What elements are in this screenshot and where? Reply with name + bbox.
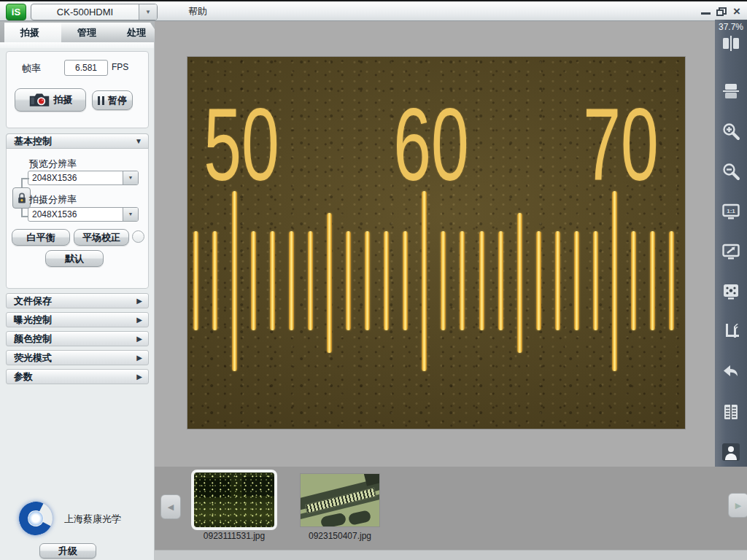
section-color-label: 颜色控制 [14, 333, 52, 344]
ruler-tick-62 [460, 231, 465, 330]
app-window: iS CK-500HDMI ▼ 帮助 × 拍摄 管理 处理 帧率 6.581 F… [0, 0, 747, 560]
thumbnail-2-art [348, 510, 372, 526]
section-exposure-label: 曝光控制 [14, 314, 52, 325]
chevron-right-icon: ▶ [136, 313, 142, 327]
camera-icon [28, 92, 50, 108]
ruler-tick-61 [441, 231, 446, 330]
zoom-in-button[interactable] [721, 121, 741, 141]
ruler-tick-65 [517, 213, 522, 353]
close-button[interactable]: × [730, 4, 743, 20]
framerate-input[interactable]: 6.581 [64, 60, 108, 76]
thumbnail-2-filename: 0923150407.jpg [293, 531, 387, 541]
ruler-tick-48 [193, 231, 198, 330]
white-balance-button[interactable]: 白平衡 [12, 229, 70, 246]
data-list-button[interactable] [721, 402, 741, 422]
preview-res-label: 预览分辨率 [29, 158, 77, 171]
ruler-tick-64 [498, 231, 503, 330]
section-color-control[interactable]: 颜色控制 ▶ [6, 331, 149, 346]
upgrade-button[interactable]: 升级 [39, 543, 96, 559]
ruler-tick-70 [612, 191, 617, 371]
app-logo-icon: iS [6, 4, 26, 20]
user-button[interactable] [721, 442, 741, 462]
ruler-tick-69 [593, 231, 598, 330]
device-selector-value: CK-500HDMI [31, 4, 139, 20]
filmstrip-prev-button[interactable]: ◀ [160, 494, 181, 519]
chevron-down-icon[interactable]: ▼ [123, 171, 138, 184]
undo-icon [721, 362, 741, 382]
section-file-save[interactable]: 文件保存 ▶ [6, 293, 149, 308]
flip-horizontal-icon [721, 34, 741, 54]
restore-icon-front [716, 9, 724, 16]
ruler-tick-67 [555, 231, 560, 330]
capture-res-label: 拍摄分辨率 [29, 193, 77, 206]
crop-button[interactable] [721, 322, 741, 342]
capture-res-dropdown[interactable]: 2048X1536 ▼ [28, 207, 139, 222]
section-exposure-control[interactable]: 曝光控制 ▶ [6, 312, 149, 327]
chevron-down-icon[interactable]: ▼ [139, 4, 157, 20]
ruler-tick-57 [365, 231, 370, 330]
data-list-icon [721, 402, 741, 422]
zoom-out-button[interactable] [721, 161, 741, 182]
brand-name: 上海蔡康光学 [64, 513, 121, 526]
filmstrip-next-button[interactable]: ▶ [728, 493, 747, 518]
section-basic-control[interactable]: 基本控制 ▼ [6, 133, 149, 149]
ruler-tick-58 [384, 231, 389, 330]
undo-button[interactable] [721, 362, 741, 382]
restore-button[interactable] [716, 7, 725, 15]
device-selector[interactable]: CK-500HDMI ▼ [31, 4, 158, 20]
panel-top-shine [0, 42, 154, 48]
preview-res-dropdown[interactable]: 2048X1536 ▼ [28, 171, 139, 185]
thumbnail-1-filename: 0923111531.jpg [187, 531, 282, 541]
section-fluorescence-mode[interactable]: 荧光模式 ▶ [6, 350, 149, 365]
flat-field-button[interactable]: 平场校正 [74, 229, 129, 246]
capture-res-value: 2048X1536 [28, 208, 123, 221]
chevron-down-icon: ▼ [135, 134, 142, 148]
live-microscope-view[interactable]: 506070 [187, 57, 685, 429]
thumbnail-1-texture [194, 472, 274, 527]
thumbnail-selected[interactable] [191, 470, 277, 530]
ruler-tick-60 [422, 191, 427, 371]
chevron-right-icon: ▶ [136, 332, 142, 346]
capture-button[interactable]: 拍摄 [15, 88, 86, 112]
ruler-tick-59 [403, 231, 408, 330]
section-parameters-label: 参数 [14, 371, 33, 382]
capture-button-label: 拍摄 [54, 93, 73, 106]
fit-to-window-button[interactable] [721, 241, 741, 262]
actual-size-button[interactable]: 1:1 [721, 201, 741, 222]
brand-logo [19, 502, 53, 535]
pause-icon [98, 96, 104, 105]
default-button[interactable]: 默认 [45, 250, 104, 267]
pan-view-button[interactable] [721, 281, 741, 302]
chevron-down-icon[interactable]: ▼ [123, 208, 138, 221]
filmstrip: ◀ 0923111531.jpg 0923150407.jpg ▶ [155, 467, 747, 560]
ruler-tick-72 [650, 231, 655, 330]
section-basic-label: 基本控制 [14, 136, 52, 147]
flip-horizontal-button[interactable] [721, 34, 741, 54]
lock-icon [17, 192, 27, 205]
chevron-right-icon: ▶ [136, 351, 142, 365]
ruler-tick-56 [346, 231, 351, 330]
section-parameters[interactable]: 参数 ▶ [6, 369, 149, 384]
ruler-tick-73 [669, 231, 674, 330]
minimize-button[interactable] [701, 12, 711, 15]
flat-field-checkbox[interactable] [132, 230, 144, 243]
svg-text:1:1: 1:1 [727, 208, 735, 214]
chevron-right-icon: ▶ [136, 370, 142, 384]
pan-view-icon [721, 281, 741, 302]
ruler-tick-63 [479, 231, 484, 330]
user-icon [721, 442, 741, 462]
ruler-tick-50 [232, 191, 237, 371]
chevron-right-icon: ▶ [136, 294, 142, 308]
one-to-one-icon: 1:1 [721, 201, 741, 222]
ruler-tick-51 [251, 231, 256, 330]
flip-vertical-button[interactable] [721, 81, 741, 101]
title-bar: iS CK-500HDMI ▼ 帮助 × [0, 0, 747, 21]
resolution-lock-button[interactable] [12, 187, 31, 209]
right-toolbar: 37.7% [715, 20, 747, 467]
menu-help[interactable]: 帮助 [182, 1, 213, 21]
pause-button[interactable]: 暂停 [92, 90, 133, 110]
ruler-tick-49 [212, 231, 217, 330]
thumbnail[interactable] [301, 474, 379, 526]
ruler-tick-54 [308, 231, 313, 330]
sidebar: 拍摄 管理 处理 帧率 6.581 FPS 拍摄 暂停 基本控制 ▼ [0, 21, 155, 560]
